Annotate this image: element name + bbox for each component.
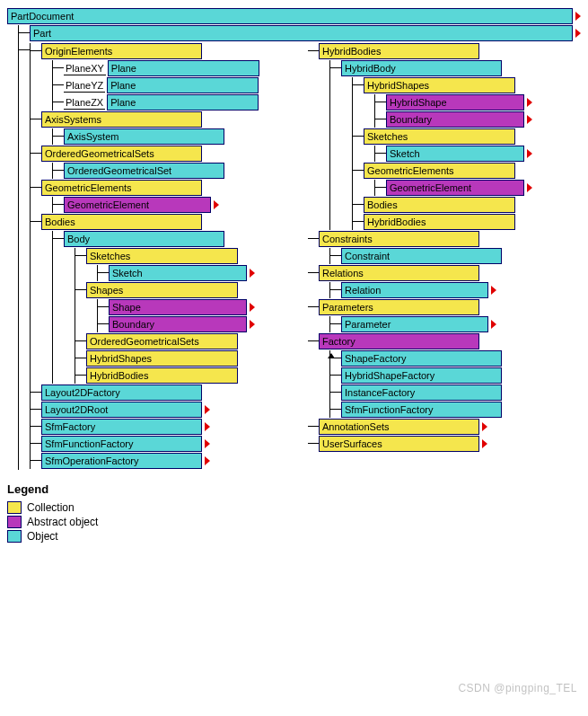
sfmoperationfactory[interactable]: SfmOperationFactory xyxy=(41,453,202,469)
swatch-abstract xyxy=(7,516,22,528)
arrow-icon xyxy=(205,439,210,448)
geomelem[interactable]: GeometricElement xyxy=(64,197,211,213)
swatch-object xyxy=(7,530,22,543)
axissystems[interactable]: AxisSystems xyxy=(41,111,202,128)
root-node: PartDocument xyxy=(7,8,581,24)
sfmfactory[interactable]: SfmFactory xyxy=(41,419,202,435)
r-geomelems[interactable]: GeometricElements xyxy=(364,163,515,179)
arrow-icon xyxy=(205,422,210,431)
r-hybridbodies2[interactable]: HybridBodies xyxy=(364,214,515,230)
originelements[interactable]: OriginElements xyxy=(41,43,202,59)
ogs2[interactable]: OrderedGeometricalSets xyxy=(86,333,238,349)
sfmfunctionfactory[interactable]: SfmFunctionFactory xyxy=(41,436,202,452)
arrow-icon xyxy=(575,12,581,21)
planexy-label: PlaneXY xyxy=(64,62,106,75)
arrow-icon xyxy=(250,269,255,278)
arrow-icon xyxy=(482,422,487,431)
inherit-icon xyxy=(328,353,335,358)
shape[interactable]: Shape xyxy=(109,299,247,315)
r-relations[interactable]: Relations xyxy=(319,265,479,281)
layout2dfactory[interactable]: Layout2DFactory xyxy=(41,385,202,401)
arrow-icon xyxy=(491,320,496,329)
r-geomelem[interactable]: GeometricElement xyxy=(386,180,524,196)
arrow-icon xyxy=(527,115,532,124)
r-boundary[interactable]: Boundary xyxy=(386,111,524,128)
boundary[interactable]: Boundary xyxy=(109,316,247,332)
r-relation[interactable]: Relation xyxy=(341,282,488,298)
r-parameters[interactable]: Parameters xyxy=(319,299,479,315)
r-factory[interactable]: Factory xyxy=(319,333,479,349)
planezx[interactable]: Plane xyxy=(107,94,259,110)
r-sketch[interactable]: Sketch xyxy=(386,146,524,162)
r-hybridbodies[interactable]: HybridBodies xyxy=(319,43,479,59)
r-sketches[interactable]: Sketches xyxy=(364,128,515,145)
r-parameter[interactable]: Parameter xyxy=(341,316,488,332)
arrow-icon xyxy=(527,183,532,192)
arrow-icon xyxy=(250,303,255,312)
r-usersurfaces[interactable]: UserSurfaces xyxy=(319,436,479,452)
legend-object: Object xyxy=(7,530,581,543)
r-hybridshapes[interactable]: HybridShapes xyxy=(364,77,515,93)
arrow-icon xyxy=(205,456,210,465)
legend-abstract: Abstract object xyxy=(7,516,581,528)
part-node: Part xyxy=(30,25,581,41)
r-shapefactory[interactable]: ShapeFactory xyxy=(341,350,502,367)
ogs[interactable]: OrderedGeometricalSets xyxy=(41,146,202,162)
partdocument-box[interactable]: PartDocument xyxy=(7,8,573,24)
hybridshapes[interactable]: HybridShapes xyxy=(86,350,238,367)
r-hybridshapefactory[interactable]: HybridShapeFactory xyxy=(341,367,502,384)
arrow-icon xyxy=(527,149,532,158)
planeyz[interactable]: Plane xyxy=(107,77,259,93)
swatch-collection xyxy=(7,501,22,514)
arrow-icon xyxy=(527,98,532,107)
hybridbodies[interactable]: HybridBodies xyxy=(86,367,238,384)
r-bodies[interactable]: Bodies xyxy=(364,197,515,213)
r-instancefactory[interactable]: InstanceFactory xyxy=(341,385,502,401)
layout2droot[interactable]: Layout2DRoot xyxy=(41,402,202,418)
axissystem[interactable]: AxisSystem xyxy=(64,128,224,145)
ogs-set[interactable]: OrderedGeometricalSet xyxy=(64,163,224,179)
sketches[interactable]: Sketches xyxy=(86,248,238,264)
arrow-icon xyxy=(214,200,219,209)
legend-title: Legend xyxy=(7,482,581,496)
r-sfmfunctionfactory[interactable]: SfmFunctionFactory xyxy=(341,402,502,418)
planexy[interactable]: Plane xyxy=(108,60,259,76)
body[interactable]: Body xyxy=(64,231,224,247)
geomelems[interactable]: GeometricElements xyxy=(41,180,202,196)
bodies[interactable]: Bodies xyxy=(41,214,202,230)
r-hybridshape[interactable]: HybridShape xyxy=(386,94,524,110)
planeyz-label: PlaneYZ xyxy=(64,79,105,93)
part-box[interactable]: Part xyxy=(30,25,573,41)
shapes[interactable]: Shapes xyxy=(86,282,238,298)
arrow-icon xyxy=(205,405,210,414)
arrow-icon xyxy=(482,439,487,448)
r-constraint[interactable]: Constraint xyxy=(341,248,502,264)
arrow-icon xyxy=(250,320,255,329)
arrow-icon xyxy=(575,29,581,38)
arrow-icon xyxy=(491,286,496,295)
r-annotationsets[interactable]: AnnotationSets xyxy=(319,419,479,435)
r-constraints[interactable]: Constraints xyxy=(319,231,479,247)
sketch[interactable]: Sketch xyxy=(109,265,247,281)
r-hybridbody[interactable]: HybridBody xyxy=(341,60,502,76)
planezx-label: PlaneZX xyxy=(64,96,105,110)
legend-collection: Collection xyxy=(7,501,581,514)
